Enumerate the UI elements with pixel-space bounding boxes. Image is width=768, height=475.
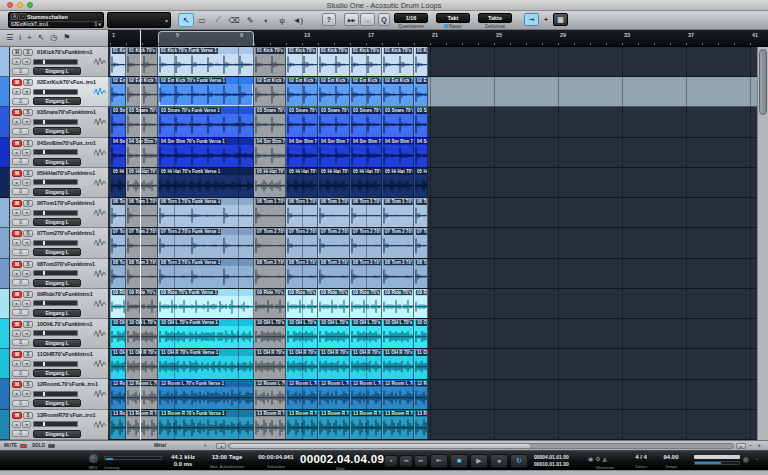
mute-button[interactable]: M	[12, 140, 22, 147]
mute-indicator-label[interactable]: MUTE	[4, 443, 17, 448]
metronome-settings-icon[interactable]: ⚙	[595, 455, 600, 462]
stop-button[interactable]: ■	[450, 454, 468, 468]
autoscroll-button[interactable]: ⇥	[524, 13, 539, 26]
volume-fader[interactable]	[33, 59, 78, 65]
record-arm-button[interactable]: ●	[12, 360, 21, 367]
mute-button[interactable]: M	[12, 351, 22, 358]
nudge-back-button[interactable]: ◂	[384, 455, 398, 467]
audio-event[interactable]: 06 Tom 1 70's Funk Verse 1	[158, 198, 254, 227]
input-select[interactable]: Eingang L	[33, 67, 81, 75]
solo-indicator-label[interactable]: SOLO	[32, 443, 45, 448]
monitor-button[interactable]: ◄	[22, 360, 31, 367]
audio-event[interactable]: 13 Room R 70	[126, 410, 158, 439]
track-header[interactable]: MS06Tom170'sFunkIntro1●◄0Eingang L	[10, 198, 108, 228]
add-track-icon[interactable]: +	[27, 33, 32, 43]
collapse-transport-icon[interactable]: ⌃	[752, 457, 762, 464]
record-arm-button[interactable]: ●	[12, 330, 21, 337]
volume-fader[interactable]	[33, 210, 78, 216]
audio-event[interactable]: 04 Snr Btm 70	[126, 138, 158, 167]
solo-button[interactable]: S	[23, 49, 33, 56]
timeline-ruler[interactable]: 1591317212529333741	[108, 30, 768, 47]
volume-fader[interactable]	[33, 89, 78, 95]
audio-event[interactable]: 02 Ext Kick 70	[318, 77, 350, 106]
audio-event[interactable]: 13 Room R 70's Funk Verse 1	[158, 410, 254, 439]
track-color-tab[interactable]	[0, 47, 10, 77]
audio-event[interactable]: 09 Ride 70's Funk Verse 1	[158, 289, 254, 318]
audio-event[interactable]: 03 Snare 70's	[318, 107, 350, 136]
record-arm-button[interactable]: ●	[12, 179, 21, 186]
select-icon[interactable]: ↖	[38, 33, 45, 43]
audio-event[interactable]: 05 Hi Hat 70's	[318, 168, 350, 197]
audio-event[interactable]: 03 Snare 70's	[382, 107, 414, 136]
audio-event[interactable]: 09 Ride 70's	[254, 289, 286, 318]
audio-event[interactable]: 05 Hi Hat 70's	[414, 168, 428, 197]
audio-event[interactable]: 02 Ext Kick 70	[254, 77, 286, 106]
audio-event[interactable]: 08 Tom 3 70's Funk Verse 1	[158, 259, 254, 288]
fader-handle[interactable]	[43, 180, 45, 184]
audio-event[interactable]: 11 OH R 70's	[254, 349, 286, 378]
position-display[interactable]: 00002.04.04.09	[300, 453, 380, 465]
audio-event[interactable]: 04 Snr Btm 70	[254, 138, 286, 167]
audio-event[interactable]: 05 Hi Hat 70's	[382, 168, 414, 197]
arrange-track-lane[interactable]: 10 OH10 OH L 70's10 OH L 70's Funk Verse…	[108, 319, 757, 349]
mute-button[interactable]: M	[12, 49, 22, 56]
audio-event[interactable]: 03 Snare 70's Funk Verse 1	[158, 107, 254, 136]
gain-value[interactable]: 0	[12, 98, 29, 105]
mute-button[interactable]: M	[12, 200, 22, 207]
automation-mode-label[interactable]: Mittel	[130, 443, 190, 448]
input-select[interactable]: Eingang L	[33, 339, 81, 347]
gain-value[interactable]: 0	[12, 188, 29, 195]
audio-event[interactable]: 12 Room L 70	[382, 380, 414, 409]
tempo-value[interactable]: 94.00	[656, 454, 686, 460]
autoscroll-page-button[interactable]: ↔	[360, 13, 375, 26]
audio-event[interactable]: 05 Hi	[110, 168, 126, 197]
gain-value[interactable]: 0	[12, 158, 29, 165]
track-header[interactable]: MS05HiHat70'sFunkIntro1●◄0Eingang L	[10, 168, 108, 198]
mute-button[interactable]: M	[12, 291, 22, 298]
audio-event[interactable]: 10 OH L 70's	[126, 319, 158, 348]
loop-button[interactable]: ↻	[510, 454, 528, 468]
audio-event[interactable]: 08 Tom	[110, 259, 126, 288]
menu-icon[interactable]: ≡	[204, 443, 207, 448]
monitor-button[interactable]: ◄	[22, 149, 31, 156]
arrange-track-lane[interactable]: 05 Hi05 Hi Hat 70's05 Hi Hat 70's Funk V…	[108, 168, 757, 198]
audio-event[interactable]: 02 Ext Kick 70's Funk Verse 1	[158, 77, 254, 106]
track-color-tab[interactable]	[0, 319, 10, 349]
input-select[interactable]: Eingang L	[33, 248, 81, 256]
volume-fader[interactable]	[33, 179, 78, 185]
audio-event[interactable]: 03 Snare 70's	[414, 107, 428, 136]
track-header[interactable]: MS13RoomR70'sFun..tro1●◄0Eingang L	[10, 410, 108, 440]
volume-fader[interactable]	[33, 421, 78, 427]
timeformat-value-button[interactable]: Takte	[478, 13, 512, 23]
arrange-track-lane[interactable]: 04 Snr04 Snr Btm 7004 Snr Btm 70's Funk …	[108, 138, 757, 168]
arrange-track-lane[interactable]: 07 Tom07 Tom 2 70's07 Tom 2 70's Funk Ve…	[108, 228, 757, 258]
arrange-area[interactable]: 01 Kic01 Kick 70's01 Kick 70's Funk Vers…	[108, 47, 757, 440]
track-color-tab[interactable]	[0, 138, 10, 168]
audio-event[interactable]: 08 Tom 3 70's	[318, 259, 350, 288]
solo-button[interactable]: S	[23, 230, 33, 237]
audio-event[interactable]: 12 Room L 70	[318, 380, 350, 409]
record-arm-button[interactable]: ●	[12, 270, 21, 277]
input-select[interactable]: Eingang L	[33, 97, 81, 105]
audio-event[interactable]: 12 Room L 70's Funk Verse 1	[158, 380, 254, 409]
audio-event[interactable]: 05 Hi Hat 70's	[254, 168, 286, 197]
record-arm-button[interactable]: ●	[12, 149, 21, 156]
track-color-tab[interactable]	[0, 77, 10, 107]
split-tool[interactable]: ⟋	[210, 13, 226, 27]
gain-value[interactable]: 0	[12, 309, 29, 316]
audio-event[interactable]: 08 Tom 3 70's	[414, 259, 428, 288]
fader-handle[interactable]	[43, 150, 45, 154]
monitor-button[interactable]: ◄	[22, 421, 31, 428]
monitor-button[interactable]: ◄	[22, 209, 31, 216]
audio-event[interactable]: 01 Kick 70's	[254, 47, 286, 76]
gain-value[interactable]: 0	[12, 219, 29, 226]
track-header[interactable]: MS10OHL70'sFunkIntro1●◄0Eingang L	[10, 319, 108, 349]
audio-event[interactable]: 05 Hi Hat 70's Funk Verse 1	[158, 168, 254, 197]
audio-event[interactable]: 07 Tom 2 70's	[254, 228, 286, 257]
fast-forward-button[interactable]: ▸▸	[414, 455, 428, 467]
audio-event[interactable]: 03 Snare 70's	[254, 107, 286, 136]
save-button[interactable]: ▣	[553, 13, 568, 26]
input-select[interactable]: Eingang L	[33, 279, 81, 287]
audio-event[interactable]: 08 Tom 3 70's	[382, 259, 414, 288]
audio-event[interactable]: 03 Sna	[110, 107, 126, 136]
